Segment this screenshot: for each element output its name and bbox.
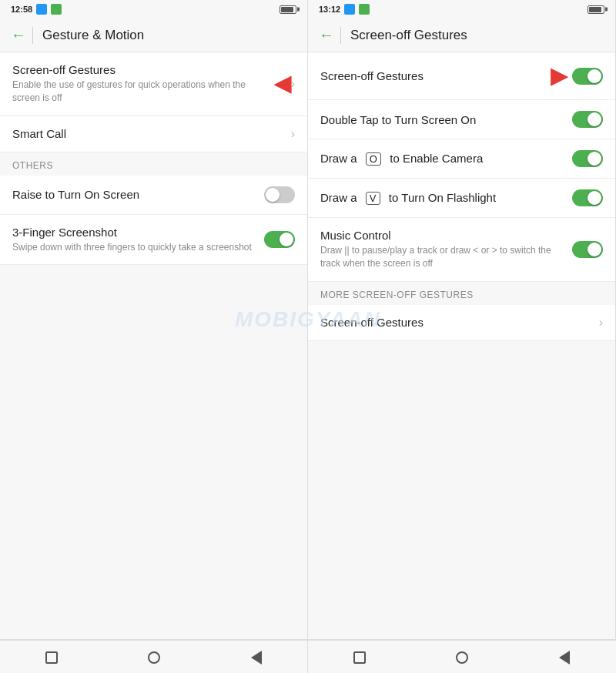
- left-item-subtitle-1: Enable the use of gestures for quick ope…: [12, 79, 268, 105]
- right-nav-square[interactable]: [350, 648, 369, 667]
- right-section-label: MORE SCREEN-OFF GESTURES: [308, 282, 615, 305]
- left-status-icon-blue: [36, 4, 47, 15]
- left-nav-circle[interactable]: [145, 648, 163, 667]
- left-toggle-knob-3finger: [280, 233, 293, 246]
- left-item-screen-off-gestures[interactable]: Screen-off Gestures Enable the use of ge…: [0, 52, 307, 116]
- right-time: 13:12: [319, 5, 340, 14]
- left-toggle-knob-raise: [266, 188, 280, 202]
- right-chevron-1: ›: [599, 316, 603, 330]
- left-item-subtitle-4: Swipe down with three fingers to quickly…: [12, 241, 264, 254]
- left-item-title-2: Smart Call: [12, 127, 291, 140]
- left-item-3finger[interactable]: 3-Finger Screenshot Swipe down with thre…: [0, 215, 307, 266]
- right-nav-triangle-icon: [559, 651, 570, 665]
- right-status-bar: 13:12: [308, 0, 615, 18]
- right-draw-o-text: Draw a O to Enable Camera: [320, 152, 572, 166]
- right-toggle-knob-4: [588, 191, 601, 205]
- left-nav-square-icon: [45, 651, 58, 664]
- right-status-right: [588, 5, 604, 14]
- right-item-draw-v[interactable]: Draw a V to Turn On Flashlight: [308, 179, 615, 218]
- right-toggle-draw-o[interactable]: [572, 150, 603, 167]
- left-toolbar-title: Gesture & Motion: [42, 28, 144, 43]
- right-nav-back[interactable]: [555, 648, 574, 667]
- left-status-icon-green: [51, 4, 62, 15]
- right-battery-icon: [588, 5, 604, 14]
- nav-bars: [0, 639, 616, 673]
- right-battery-fill: [589, 7, 601, 12]
- right-toggle-screen-off[interactable]: [572, 68, 603, 85]
- right-toggle-double-tap[interactable]: [572, 111, 603, 128]
- right-nav-square-icon: [353, 651, 366, 664]
- left-toolbar-divider: [32, 27, 33, 44]
- left-item-raise-to-turn-on[interactable]: Raise to Turn On Screen: [0, 176, 307, 215]
- right-draw-v-letter: V: [366, 192, 380, 205]
- left-item-title-4: 3-Finger Screenshot: [12, 226, 264, 239]
- right-item-music-control[interactable]: Music Control Draw || to pause/play a tr…: [308, 218, 615, 282]
- right-toggle-draw-v[interactable]: [572, 189, 603, 206]
- right-nav-circle-icon: [456, 651, 468, 664]
- right-back-arrow[interactable]: ←: [319, 26, 334, 44]
- left-time: 12:58: [11, 5, 32, 14]
- right-item-double-tap[interactable]: Double Tap to Turn Screen On: [308, 100, 615, 139]
- right-item-more-gestures[interactable]: Screen-off Gestures ›: [308, 305, 615, 341]
- right-draw-v-text: Draw a V to Turn On Flashlight: [320, 191, 572, 205]
- right-item-screen-off[interactable]: Screen-off Gestures ▶: [308, 52, 615, 100]
- right-nav-bar: [308, 640, 616, 673]
- right-item-draw-o[interactable]: Draw a O to Enable Camera: [308, 139, 615, 179]
- right-toggle-knob-2: [588, 112, 601, 126]
- left-back-arrow[interactable]: ←: [11, 26, 26, 44]
- left-status-bar: 12:58: [0, 0, 307, 18]
- left-toolbar: ← Gesture & Motion: [0, 18, 307, 52]
- right-toolbar: ← Screen-off Gestures: [308, 18, 615, 52]
- left-item-smart-call[interactable]: Smart Call ›: [0, 116, 307, 152]
- right-toggle-knob-1: [588, 69, 601, 83]
- right-nav-circle[interactable]: [453, 648, 471, 667]
- left-nav-bar: [0, 640, 308, 673]
- left-chevron-2: ›: [291, 127, 295, 141]
- left-nav-circle-icon: [148, 651, 160, 664]
- right-item-title-6: Screen-off Gestures: [320, 316, 599, 329]
- right-item-subtitle-5: Draw || to pause/play a track or draw < …: [320, 244, 572, 270]
- right-red-arrow: ▶: [551, 63, 567, 89]
- left-status-left: 12:58: [11, 4, 62, 15]
- left-toggle-3finger[interactable]: [264, 231, 295, 248]
- right-draw-o-letter: O: [366, 152, 381, 166]
- left-battery-fill: [281, 7, 293, 12]
- right-toolbar-divider: [340, 27, 341, 44]
- right-phone: 13:12 ← Screen-off Gestures Screen-off G…: [308, 0, 616, 639]
- left-phone: 12:58 ← Gesture & Motion Screen-off Gest…: [0, 0, 308, 639]
- left-red-arrow: ◀: [274, 71, 291, 96]
- right-item-title-1: Screen-off Gestures: [320, 69, 544, 82]
- left-item-title-1: Screen-off Gestures: [12, 63, 268, 76]
- left-toggle-raise[interactable]: [264, 186, 295, 203]
- left-nav-triangle-icon: [251, 651, 262, 665]
- right-item-title-2: Double Tap to Turn Screen On: [320, 113, 572, 126]
- right-toolbar-title: Screen-off Gestures: [350, 28, 467, 43]
- right-settings-list: Screen-off Gestures ▶ Double Tap to Turn…: [308, 52, 615, 639]
- left-section-label: OTHERS: [0, 152, 307, 176]
- right-status-icon-blue: [344, 4, 355, 15]
- left-nav-back[interactable]: [247, 648, 266, 667]
- right-item-title-5: Music Control: [320, 229, 572, 242]
- right-toggle-music[interactable]: [572, 241, 603, 258]
- right-status-icon-green: [359, 4, 370, 15]
- right-toggle-knob-5: [588, 243, 601, 256]
- left-chevron-1: ›: [291, 77, 295, 91]
- right-status-left: 13:12: [319, 4, 370, 15]
- left-status-right: [280, 5, 296, 14]
- right-toggle-knob-3: [588, 152, 601, 166]
- left-settings-list: Screen-off Gestures Enable the use of ge…: [0, 52, 307, 639]
- left-nav-square[interactable]: [42, 648, 61, 667]
- left-item-title-3: Raise to Turn On Screen: [12, 188, 264, 201]
- left-battery-icon: [280, 5, 296, 14]
